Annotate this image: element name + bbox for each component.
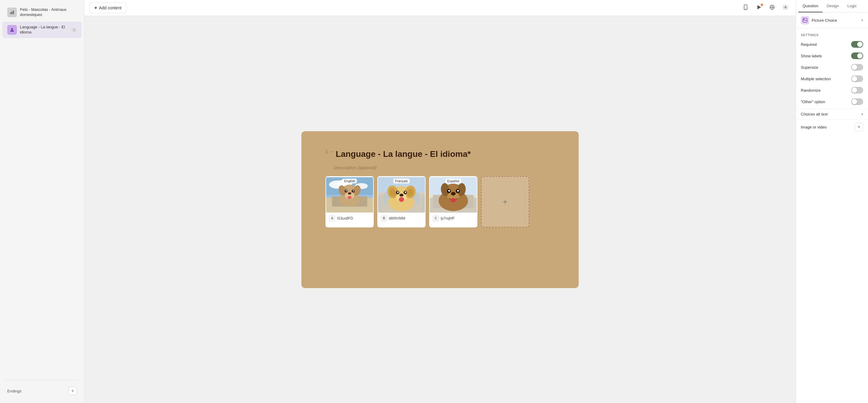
settings-title: Settings [801, 33, 818, 37]
settings-label-randomize: Randomize [801, 88, 821, 93]
question-description[interactable]: Description (optional) [326, 165, 555, 170]
settings-label-multiple-selection: Multiple selection [801, 77, 831, 81]
svg-point-43 [397, 191, 399, 193]
toggle-other-option[interactable] [851, 98, 863, 105]
choice-image-wrapper-c: Español [430, 177, 477, 213]
choice-card-b[interactable]: Français B d8I9VIMM [377, 176, 426, 227]
plus-icon: + [94, 5, 97, 10]
toggle-show-labels[interactable] [851, 53, 863, 59]
choice-key-a: A [329, 215, 335, 222]
toggle-supersize[interactable] [851, 64, 863, 70]
add-choice-button[interactable]: + [481, 176, 529, 227]
choices-alt-row[interactable]: Choices alt text ▾ [796, 109, 868, 119]
share-button[interactable] [767, 2, 778, 13]
right-panel: Question Design Logic Picture Choice ▾ S… [796, 0, 868, 403]
choice-image-wrapper-b: Français [378, 177, 425, 213]
picture-icon [801, 16, 809, 24]
add-choice-icon: + [503, 197, 507, 207]
sidebar-endings: Endings + [2, 383, 82, 399]
choice-label-a: English [342, 179, 357, 183]
settings-row-supersize: Supersize [796, 61, 868, 73]
svg-point-9 [785, 6, 786, 8]
toggle-multiple-selection[interactable] [851, 76, 863, 82]
settings-row-required: Required [796, 38, 868, 50]
choice-value-c: lp7nqhfF [441, 216, 455, 221]
toggle-required[interactable] [851, 41, 863, 48]
svg-point-26 [353, 190, 354, 191]
settings-icon [783, 4, 788, 11]
add-ending-button[interactable]: + [68, 387, 77, 395]
panel-type-inner: Picture Choice [801, 16, 837, 24]
svg-point-22 [348, 192, 351, 195]
endings-label: Endings [7, 389, 22, 393]
toggle-randomize[interactable] [851, 87, 863, 93]
svg-point-44 [405, 191, 406, 193]
choice-card-c[interactable]: Español C lp7nqhfF [429, 176, 477, 227]
choice-footer-b: B d8I9VIMM [378, 213, 425, 224]
mobile-icon [743, 4, 748, 11]
panel-type-label: Picture Choice [812, 18, 837, 23]
svg-point-61 [450, 198, 456, 202]
sidebar-item-pets[interactable]: Pets - Mascotas - Animaux domestiques [2, 4, 82, 21]
sidebar-item-language[interactable]: Language - La langue - El idioma 1 [2, 22, 82, 38]
svg-rect-1 [12, 11, 13, 14]
svg-point-3 [11, 28, 13, 30]
svg-point-27 [347, 196, 352, 199]
question-number: 1 → [326, 149, 333, 154]
settings-label-other-option: "Other" option [801, 99, 825, 104]
main-content: + Add content [84, 0, 796, 403]
svg-point-60 [457, 190, 459, 192]
sidebar-item-number: 1 [71, 28, 77, 32]
svg-point-25 [346, 190, 347, 191]
toolbar: + Add content [84, 0, 796, 16]
tab-question[interactable]: Question [798, 0, 823, 12]
sidebar-item-language-label: Language - La langue - El idioma [20, 25, 68, 35]
settings-row-multiple-selection: Multiple selection [796, 73, 868, 84]
sidebar: Pets - Mascotas - Animaux domestiques La… [0, 0, 84, 403]
svg-rect-2 [13, 10, 14, 14]
panel-tabs: Question Design Logic [796, 0, 868, 12]
choice-footer-a: A IS3us8FD [326, 213, 373, 224]
share-icon [770, 4, 775, 11]
add-content-label: Add content [99, 5, 121, 10]
mobile-view-button[interactable] [740, 2, 751, 13]
svg-rect-0 [10, 12, 11, 14]
settings-row-randomize: Randomize [796, 84, 868, 96]
tab-logic[interactable]: Logic [843, 0, 861, 12]
svg-rect-46 [400, 198, 403, 200]
svg-marker-6 [757, 5, 761, 9]
choice-footer-c: C lp7nqhfF [430, 213, 477, 224]
settings-label-supersize: Supersize [801, 65, 818, 70]
choice-value-a: IS3us8FD [337, 216, 353, 221]
choice-label-c: Español [445, 179, 461, 183]
type-chevron-icon: ▾ [861, 18, 863, 22]
svg-point-40 [399, 194, 404, 197]
settings-row-show-labels: Show labels [796, 50, 868, 61]
image-video-row: Image or video + [796, 119, 868, 134]
choice-key-b: B [381, 215, 387, 222]
settings-button[interactable] [780, 2, 791, 13]
sidebar-divider [5, 380, 79, 380]
question-header: 1 → Language - La langue - El idioma* [326, 149, 555, 159]
panel-type-selector[interactable]: Picture Choice ▾ [796, 12, 868, 28]
choices-container: English A IS3us8FD [326, 176, 555, 227]
settings-label-required: Required [801, 42, 817, 47]
choice-card-a[interactable]: English A IS3us8FD [326, 176, 374, 227]
add-image-video-button[interactable]: + [855, 123, 863, 131]
add-content-button[interactable]: + Add content [89, 2, 127, 13]
question-text[interactable]: Language - La langue - El idioma* [336, 149, 471, 159]
form-canvas: 1 → Language - La langue - El idioma* De… [301, 131, 579, 288]
choices-alt-chevron-icon: ▾ [861, 112, 863, 116]
svg-rect-5 [745, 9, 746, 9]
tab-design[interactable]: Design [823, 0, 843, 12]
choice-key-c: C [433, 215, 439, 222]
choices-alt-label: Choices alt text [801, 112, 828, 116]
choice-value-b: d8I9VIMM [389, 216, 405, 221]
settings-label-show-labels: Show labels [801, 54, 822, 58]
svg-point-59 [448, 190, 450, 192]
sidebar-item-pets-label: Pets - Mascotas - Animaux domestiques [20, 7, 77, 18]
image-video-label: Image or video [801, 125, 827, 129]
svg-point-56 [451, 192, 456, 196]
choice-label-b: Français [393, 179, 410, 183]
play-button[interactable] [753, 2, 764, 13]
